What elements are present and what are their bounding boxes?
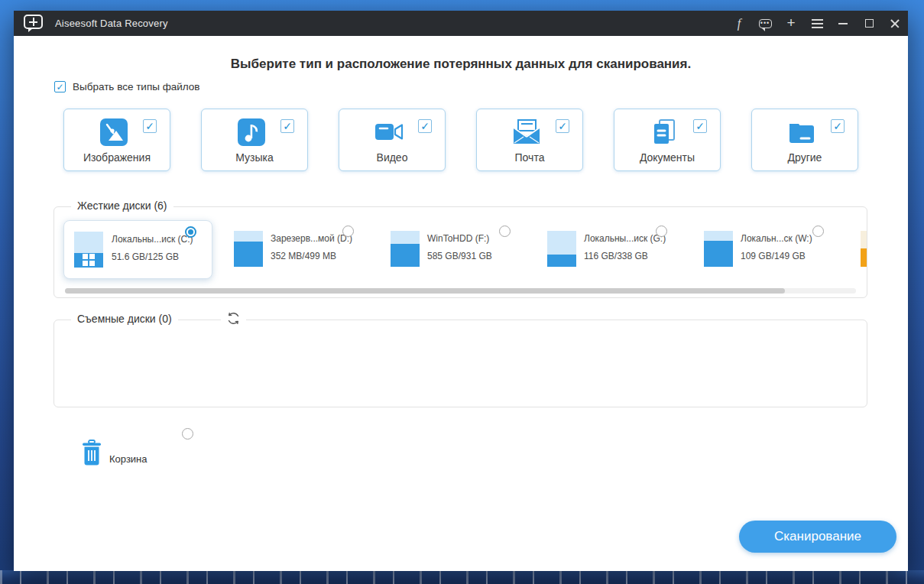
menu-icon[interactable] bbox=[804, 11, 830, 36]
facebook-icon[interactable]: f bbox=[726, 11, 752, 36]
disk-card-w[interactable]: Локальн...ск (W:) 109 GB/149 GB bbox=[694, 220, 851, 279]
checkbox-checked-icon[interactable] bbox=[418, 119, 432, 133]
checkbox-checked-icon[interactable] bbox=[831, 119, 845, 133]
main-content: Выберите тип и расположение потерянных д… bbox=[14, 36, 908, 571]
filetype-label: Документы bbox=[614, 151, 720, 164]
disk-size: 352 MB/499 MB bbox=[271, 251, 336, 261]
titlebar-buttons: f ••• + bbox=[726, 11, 908, 36]
radio-icon[interactable] bbox=[499, 225, 511, 237]
disk-card-c[interactable]: Локальны...иск (C:) 51.6 GB/125 GB bbox=[63, 220, 212, 279]
scrollbar-thumb[interactable] bbox=[65, 288, 785, 294]
add-icon[interactable]: + bbox=[778, 11, 804, 36]
music-icon bbox=[237, 118, 266, 147]
select-all-label: Выбрать все типы файлов bbox=[73, 81, 200, 92]
disk-size: 585 GB/931 GB bbox=[427, 251, 492, 261]
disk-name: WinToHDD (F:) bbox=[427, 233, 489, 244]
documents-icon bbox=[650, 118, 679, 147]
refresh-button[interactable] bbox=[221, 311, 246, 329]
filetype-label: Видео bbox=[339, 151, 445, 164]
disk-usage-fill bbox=[861, 248, 867, 267]
disk-name: Зарезерв...мой (D:) bbox=[271, 233, 352, 244]
radio-selected-icon[interactable] bbox=[185, 226, 196, 238]
disk-usage-fill bbox=[391, 244, 420, 267]
file-type-cards: Изображения Музыка Виде bbox=[63, 109, 858, 171]
disk-name: Локальны...иск (G:) bbox=[584, 233, 666, 244]
filetype-card-video[interactable]: Видео bbox=[339, 109, 446, 171]
titlebar: Aiseesoft Data Recovery f ••• + bbox=[14, 11, 908, 36]
disk-size: 51.6 GB/125 GB bbox=[112, 251, 179, 262]
minimize-button[interactable] bbox=[830, 11, 856, 36]
disk-name: Локальн...ск (W:) bbox=[741, 233, 812, 244]
radio-icon[interactable] bbox=[656, 225, 667, 237]
disk-card-6-partial[interactable] bbox=[851, 220, 867, 279]
filetype-label: Изображения bbox=[64, 151, 170, 164]
window-title: Aiseesoft Data Recovery bbox=[55, 18, 168, 29]
recycle-bin-row[interactable]: Корзина bbox=[67, 437, 220, 475]
filetype-card-documents[interactable]: Документы bbox=[614, 109, 721, 171]
maximize-button[interactable] bbox=[856, 11, 882, 36]
select-all-checkbox-row[interactable]: Выбрать все типы файлов bbox=[54, 81, 200, 92]
radio-icon[interactable] bbox=[342, 225, 354, 237]
checkbox-checked-icon[interactable] bbox=[556, 119, 569, 133]
image-icon bbox=[99, 118, 128, 147]
disk-size: 116 GB/338 GB bbox=[584, 251, 648, 261]
removable-disks-panel: Съемные диски (0) bbox=[53, 320, 867, 407]
radio-icon[interactable] bbox=[182, 428, 193, 440]
checkbox-checked-icon[interactable] bbox=[280, 119, 294, 133]
filetype-label: Другие bbox=[752, 151, 858, 164]
disk-size: 109 GB/149 GB bbox=[741, 251, 806, 261]
disk-icon bbox=[861, 231, 867, 267]
recycle-bin-label: Корзина bbox=[109, 453, 148, 465]
filetype-label: Почта bbox=[477, 151, 582, 164]
horizontal-scrollbar[interactable] bbox=[65, 288, 856, 294]
close-button[interactable] bbox=[882, 11, 908, 36]
disk-usage-fill bbox=[547, 255, 576, 267]
hard-disks-list: Локальны...иск (C:) 51.6 GB/125 GB Зарез… bbox=[54, 207, 867, 297]
filetype-card-music[interactable]: Музыка bbox=[201, 109, 308, 171]
disk-icon bbox=[234, 231, 263, 267]
disk-usage-fill bbox=[704, 241, 733, 267]
checkbox-checked-icon[interactable] bbox=[54, 81, 66, 92]
disk-card-d[interactable]: Зарезерв...мой (D:) 352 MB/499 MB bbox=[224, 220, 381, 279]
removable-disks-legend: Съемные диски (0) bbox=[71, 313, 178, 325]
scan-button[interactable]: Сканирование bbox=[739, 521, 896, 553]
folder-icon bbox=[787, 118, 816, 147]
hard-disks-panel: Жесткие диски (6) Локальны...иск (C:) 51… bbox=[53, 206, 867, 298]
filetype-label: Музыка bbox=[202, 151, 307, 164]
filetype-card-mail[interactable]: Почта bbox=[476, 109, 583, 171]
checkbox-checked-icon[interactable] bbox=[143, 119, 157, 133]
page-title: Выберите тип и расположение потерянных д… bbox=[14, 57, 908, 72]
checkbox-checked-icon[interactable] bbox=[693, 119, 707, 133]
radio-icon[interactable] bbox=[812, 225, 824, 237]
disk-card-g[interactable]: Локальны...иск (G:) 116 GB/338 GB bbox=[537, 220, 694, 279]
disk-icon bbox=[391, 231, 420, 267]
disk-usage-fill bbox=[234, 242, 263, 267]
app-window: Aiseesoft Data Recovery f ••• + Выберите… bbox=[14, 11, 908, 571]
video-icon bbox=[374, 118, 404, 147]
disk-icon bbox=[74, 232, 103, 268]
filetype-card-other[interactable]: Другие bbox=[751, 109, 858, 171]
refresh-icon bbox=[226, 311, 241, 326]
trash-icon bbox=[79, 440, 104, 467]
disk-usage-fill bbox=[74, 253, 103, 268]
disk-icon bbox=[547, 231, 576, 267]
app-logo-icon bbox=[24, 15, 44, 32]
filetype-card-images[interactable]: Изображения bbox=[63, 109, 170, 171]
disk-name: Локальны...иск (C:) bbox=[112, 234, 193, 245]
windows-logo-icon bbox=[83, 254, 95, 266]
wallpaper-harbor-strip bbox=[0, 570, 924, 584]
disk-card-f[interactable]: WinToHDD (F:) 585 GB/931 GB bbox=[381, 220, 537, 279]
feedback-icon[interactable]: ••• bbox=[752, 11, 778, 36]
mail-icon bbox=[512, 118, 541, 147]
disk-icon bbox=[704, 231, 733, 267]
